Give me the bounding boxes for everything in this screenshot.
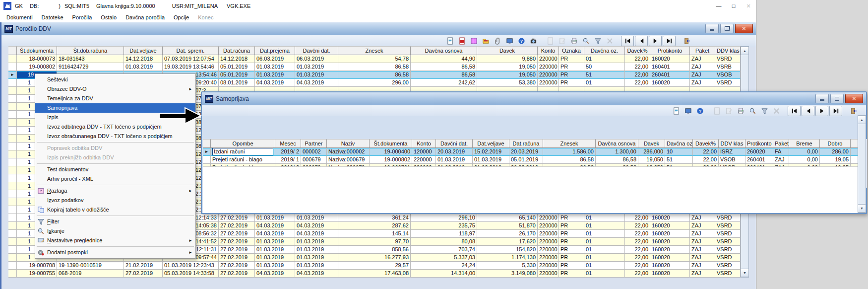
column-header-dat-veljave[interactable]: Dat.veljave: [473, 139, 509, 148]
column-header-naziv[interactable]: Naziv: [327, 139, 370, 148]
menubar-item-poro-ila[interactable]: Poročila: [68, 13, 97, 21]
filter-funnel-button[interactable]: [759, 106, 770, 116]
menu-item-obrazec-ddv-o[interactable]: Obrazec DDV-O►: [35, 84, 195, 94]
camera-button[interactable]: [528, 36, 539, 46]
nav-last-button[interactable]: [663, 36, 676, 46]
nav-prev-button[interactable]: [802, 106, 814, 116]
scroll-down-icon[interactable]: ▼: [858, 204, 866, 213]
nav-last-button[interactable]: [829, 106, 842, 116]
export-doc-button[interactable]: [444, 36, 455, 46]
help-button[interactable]: ?: [694, 106, 705, 116]
column-header-protikonto[interactable]: Protikonto: [650, 46, 690, 55]
menubar-item-datoteke[interactable]: Datoteke: [37, 13, 68, 21]
column-header-davek-[interactable]: Davek%: [625, 46, 650, 55]
printer-button[interactable]: [568, 36, 579, 46]
column-header-dat-ra-una[interactable]: Dat.računa: [219, 46, 255, 55]
restore-button[interactable]: [830, 94, 844, 103]
help-button[interactable]: ?: [516, 36, 527, 46]
samoprijava-titlebar[interactable]: MIT Samoprijava ✕: [202, 92, 866, 105]
column-header-dat-sprem-[interactable]: Dat. sprem.: [163, 46, 219, 55]
column-header-konto[interactable]: Konto: [538, 46, 559, 55]
column-header-znesek[interactable]: Znesek: [543, 139, 596, 148]
exit-door-button[interactable]: [682, 36, 692, 46]
menu-item-iskanje[interactable]: Iskanje: [35, 226, 195, 236]
column-header-oznaka[interactable]: Oznaka: [559, 46, 584, 55]
table-row[interactable]: 19-000802911642472901.03.201919.03.2019 …: [8, 63, 741, 71]
close-button[interactable]: ✕: [845, 94, 863, 103]
menu-item-test-dokumentov[interactable]: Test dokumentov: [35, 165, 195, 174]
app-minimize-button[interactable]: —: [711, 1, 726, 11]
minimize-button[interactable]: [705, 24, 719, 33]
column-header-dat-ra-una[interactable]: Dat.računa: [509, 139, 543, 148]
app-maximize-button[interactable]: □: [726, 1, 741, 11]
table-row[interactable]: 18-00007318-03164314.12.201807.03.2019 1…: [8, 55, 741, 63]
pdf-export-button[interactable]: [456, 36, 467, 46]
scroll-up-icon[interactable]: ▲: [858, 116, 866, 124]
column-header-dav-na-oz-[interactable]: Davčna oz.: [665, 139, 693, 148]
column-header-znesek[interactable]: Znesek: [338, 46, 411, 55]
opombe-edit-field[interactable]: Izdani računi: [212, 148, 273, 155]
column-header--t-dob-ra-una[interactable]: Št.dob.računa: [57, 46, 124, 55]
menu-item-filter[interactable]: Filter: [35, 217, 195, 226]
exit-door-button[interactable]: [848, 106, 859, 116]
column-header-dav-na-osnova[interactable]: Davčna osnova: [596, 139, 638, 148]
column-header-dav-ni-dat-[interactable]: Davčni dat.: [436, 139, 473, 148]
nav-first-button[interactable]: [788, 106, 801, 116]
porocilo-ddv-titlebar[interactable]: MIT Poročilo DDV ✕: [1, 22, 756, 35]
magnifier-button[interactable]: [580, 36, 591, 46]
app-titlebar[interactable]: GKDB:)SQL:MIT5Glavna knjiga:9.10.0000USR…: [0, 0, 756, 12]
menubar-item-ostalo[interactable]: Ostalo: [96, 13, 121, 21]
minimize-button[interactable]: [815, 94, 829, 103]
column-header-paket[interactable]: Paket: [690, 46, 715, 55]
column-header-opombe[interactable]: Opombe: [211, 139, 275, 148]
printer-button[interactable]: [735, 106, 746, 116]
screen-view-button[interactable]: [682, 106, 693, 116]
column-header-breme[interactable]: Breme: [789, 139, 820, 148]
menu-item-nastavitve-preglednice[interactable]: Nastavitve preglednice►: [35, 236, 195, 245]
nav-first-button[interactable]: [621, 36, 634, 46]
column-header-ddv-klas[interactable]: DDV klas: [715, 46, 741, 55]
table-row[interactable]: 19-000755068-201927.02.201905.03.2019 14…: [8, 270, 741, 278]
column-header-konto[interactable]: Konto: [412, 139, 436, 148]
export-doc-button[interactable]: [671, 106, 682, 116]
table-row[interactable]: Prejeti računi - blago2019/ 1000679Naziv…: [203, 156, 867, 164]
menubar-item-dokumenti[interactable]: Dokumenti: [2, 13, 37, 21]
scroll-up-icon[interactable]: ▲: [741, 47, 748, 55]
column-header-dav-na-oz-[interactable]: Davčna oz.: [584, 46, 625, 55]
archive-folder-button[interactable]: [480, 36, 491, 46]
menu-item-izvoz-podatkov[interactable]: Izvoz podatkov: [35, 196, 195, 205]
column-header-ddv-klas[interactable]: DDV klas: [719, 139, 745, 148]
samoprijava-vertical-scrollbar[interactable]: ▲ ▼: [858, 115, 866, 213]
column-header-dobro[interactable]: Dobro: [820, 139, 851, 148]
magnifier-button[interactable]: [747, 106, 758, 116]
column-header-protikonto[interactable]: Protikonto: [745, 139, 773, 148]
column-header--t-dokumenta[interactable]: Št.dokumenta: [370, 139, 412, 148]
column-header-dat-veljave[interactable]: Dat.veljave: [124, 46, 163, 55]
menu-item-temeljnica-za-ddv[interactable]: Temeljnica za DDV: [35, 94, 195, 103]
column-header-davek[interactable]: Davek: [638, 139, 665, 148]
column-header-davek-[interactable]: Davek%: [693, 139, 719, 148]
app-close-button[interactable]: ✕: [741, 1, 756, 11]
column-header-partner[interactable]: Partner: [301, 139, 327, 148]
column-header-dav-ni-dat-[interactable]: Davčni dat.: [295, 46, 338, 55]
filter-funnel-button[interactable]: [592, 36, 603, 46]
menu-item-se-tevki[interactable]: Seštevki: [35, 75, 195, 84]
table-row[interactable]: ►Izdani računi2019/ 2000002Naziva:000002…: [203, 148, 867, 156]
report-book-button[interactable]: [468, 36, 479, 46]
close-button[interactable]: ✕: [735, 24, 753, 33]
menubar-item-dav-na-poro-ila[interactable]: Davčna poročila: [121, 13, 169, 21]
column-header-mesec[interactable]: Mesec: [275, 139, 301, 148]
paperclip-button[interactable]: [492, 36, 503, 46]
column-header-dat-prejema[interactable]: Dat.prejema: [255, 46, 295, 55]
column-header-davek[interactable]: Davek: [477, 46, 538, 55]
nav-next-button[interactable]: [649, 36, 662, 46]
restore-button[interactable]: [720, 24, 734, 33]
menu-item-izvoz-obra-unanega-ddv-txt-lo-eno-s-podpi-jem[interactable]: Izvoz obračunanega DDV - TXT ločeno s po…: [35, 132, 195, 141]
scroll-down-icon[interactable]: ▼: [741, 269, 748, 277]
menu-item-kopiraj-tabelo-v-odlo-i-e[interactable]: Kopiraj tabelo v odložišče: [35, 205, 195, 215]
nav-next-button[interactable]: [815, 106, 828, 116]
menu-item-arhiv-poro-il-xml[interactable]: Arhiv poročil - XML: [35, 174, 195, 184]
column-header--t-dokumenta[interactable]: Št.dokumenta: [17, 46, 57, 55]
column-header-marker[interactable]: [8, 46, 17, 55]
screen-view-button[interactable]: [504, 36, 515, 46]
